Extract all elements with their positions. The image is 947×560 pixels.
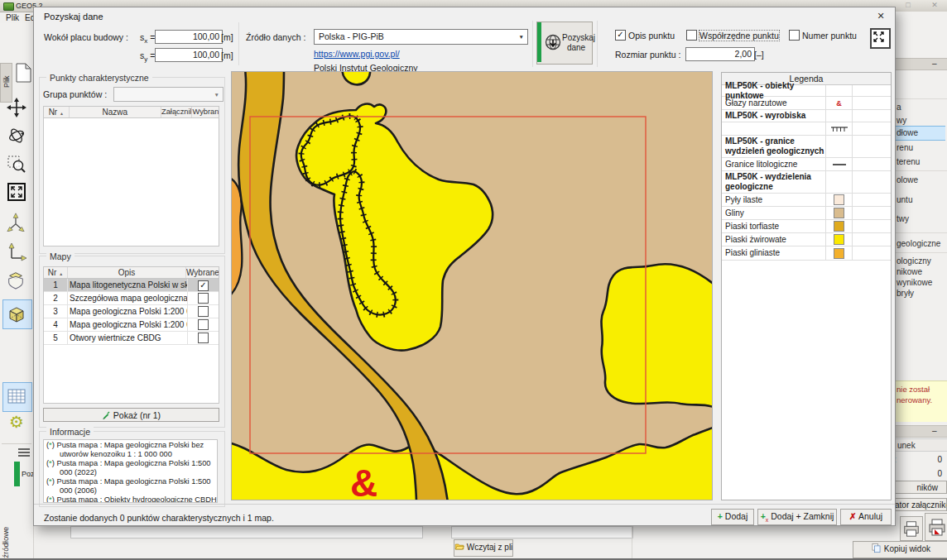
frame-item[interactable]: terenu xyxy=(894,157,947,168)
maps-table: Nr ▲ Opis Wybrane 1 Mapa litogenetyczna … xyxy=(43,266,219,404)
frame-item-active[interactable]: dłowe xyxy=(894,128,947,139)
point-size-input[interactable]: 2,00 xyxy=(685,47,755,61)
map-checkbox[interactable] xyxy=(198,333,209,343)
legend-row: Piaski gliniaste xyxy=(722,246,891,261)
frame-item[interactable]: bryły xyxy=(894,289,947,299)
footer-divider xyxy=(34,504,895,505)
tab-plik[interactable]: Plik xyxy=(0,63,12,103)
print-button[interactable] xyxy=(900,516,923,541)
sy-unit: [m] xyxy=(221,50,233,60)
frame-item[interactable]: ologiczny xyxy=(894,256,947,267)
new-file-icon[interactable] xyxy=(13,63,33,84)
point-number-label: Numer punktu xyxy=(802,31,857,41)
view-cube-button-active[interactable] xyxy=(2,299,32,329)
points-group-select[interactable]: ▼ xyxy=(113,87,224,102)
sub-x-icon: x xyxy=(766,517,769,523)
legend-row: MLP50K - wyrobiska xyxy=(722,110,891,122)
points-table[interactable]: Nr ▲ Nazwa Załączniki Wybrane xyxy=(43,106,219,246)
map-checkbox[interactable] xyxy=(198,293,209,304)
load-from-file-button[interactable]: Wczytaj z pliku xyxy=(454,539,513,557)
maximize-button[interactable]: □ xyxy=(901,0,916,11)
fullscreen-button[interactable] xyxy=(870,28,891,49)
print-preview-button[interactable] xyxy=(925,513,947,541)
sx-input[interactable]: 100,00 xyxy=(155,30,223,44)
axes-corner-icon[interactable] xyxy=(7,242,26,263)
frame-item[interactable]: nikowe xyxy=(894,267,947,278)
point-size-label: Rozmiar punktu : xyxy=(615,50,680,60)
legend-row: Głazy narzutowe& xyxy=(722,97,891,110)
legend-row xyxy=(722,122,891,136)
warning-line: nie został xyxy=(897,384,947,395)
frame-item[interactable]: renu xyxy=(894,143,947,154)
points-group-label: Grupa punktów : xyxy=(43,89,107,99)
point-size-unit: [–] xyxy=(754,50,764,60)
attachments-button-fragment[interactable]: ników xyxy=(894,481,947,494)
point-description-checkbox[interactable]: ✓ xyxy=(615,30,626,41)
printer-marked-icon xyxy=(927,516,947,538)
frame-item[interactable]: geologiczne xyxy=(894,239,947,250)
copy-view-button[interactable]: Kopiuj widok xyxy=(853,541,947,558)
close-window-button[interactable]: ✕ xyxy=(927,0,942,11)
point-coordinates-checkbox[interactable] xyxy=(686,30,697,41)
maps-table-row[interactable]: 4 Mapa geologiczna Polski 1:200 000 - od… xyxy=(44,318,219,332)
show-map-button[interactable]: Pokaż (nr 1) xyxy=(43,408,219,422)
col-nazwa[interactable]: Nazwa xyxy=(70,107,161,117)
model-warning-box: nie został nerowany. xyxy=(894,381,947,422)
add-close-button[interactable]: +x Dodaj + Zamknij xyxy=(757,509,837,525)
dialog-title: Pozyskaj dane xyxy=(44,12,103,22)
frame-item[interactable]: olowe xyxy=(894,175,947,186)
add-button[interactable]: + Dodaj xyxy=(711,509,754,525)
form-divider xyxy=(238,22,239,65)
point-description-label: Opis punktu xyxy=(628,31,675,41)
frame-item[interactable]: wy xyxy=(894,116,947,127)
frame-item[interactable]: twy xyxy=(894,214,947,225)
settings-gear-icon[interactable]: ⚙ xyxy=(7,412,26,432)
point-number-checkbox[interactable] xyxy=(789,30,800,41)
map-checkbox[interactable] xyxy=(198,319,209,330)
map-checkbox[interactable] xyxy=(198,306,209,317)
zoom-region-icon[interactable] xyxy=(7,154,26,175)
menu-plik[interactable]: Plik xyxy=(6,13,19,22)
sort-asc-icon: ▲ xyxy=(60,111,64,116)
pgi-link[interactable]: https://www.pgi.gov.pl/ xyxy=(314,49,400,59)
map-viewport[interactable]: & & xyxy=(231,71,713,500)
dialog-close-button[interactable]: ✕ xyxy=(873,10,888,22)
frame-item[interactable]: a xyxy=(894,103,947,113)
panel-minimize-icon[interactable]: – xyxy=(932,59,937,68)
rotate-tool-icon[interactable] xyxy=(7,126,26,147)
col-opis[interactable]: Opis xyxy=(68,267,186,278)
expand-arrows-icon xyxy=(872,30,886,44)
panel-value-row: :0 xyxy=(894,455,942,464)
cancel-button[interactable]: ✗ Anuluj xyxy=(840,509,892,525)
col-nr[interactable]: Nr ▲ xyxy=(44,267,68,278)
maps-table-row[interactable]: 5 Otwory wiertnicze CBDG xyxy=(44,332,219,345)
col-nr[interactable]: Nr ▲ xyxy=(44,107,70,117)
color-swatch xyxy=(834,194,844,205)
line-symbol xyxy=(832,163,847,166)
table-view-button-active[interactable] xyxy=(2,382,32,412)
panel-minimize-icon[interactable]: – xyxy=(932,426,937,435)
col-zalaczniki[interactable]: Załączniki xyxy=(161,107,192,117)
acquire-data-button[interactable]: Pozyskaj dane xyxy=(536,22,593,65)
maps-table-row[interactable]: 3 Mapa geologiczna Polski 1:200 000 - za… xyxy=(44,305,219,318)
data-source-select[interactable]: Polska - PIG-PiB ▼ xyxy=(314,29,528,45)
color-swatch xyxy=(834,221,844,232)
copy-icon xyxy=(871,543,882,553)
pan-tool-icon[interactable] xyxy=(7,98,26,119)
frame-item[interactable]: untu xyxy=(894,195,947,206)
maps-table-row[interactable]: 2 Szczegółowa mapa geologiczna Polski 1:… xyxy=(44,292,219,305)
fit-view-icon[interactable] xyxy=(7,182,26,203)
pozyskaj-tab-accent xyxy=(14,462,20,486)
attachment-manager-button-fragment[interactable]: ator załączników xyxy=(894,498,947,511)
boulder-legend-symbol: & xyxy=(836,99,842,108)
frame-item[interactable]: wynikowe xyxy=(894,278,947,289)
map-checkbox-checked[interactable]: ✓ xyxy=(198,280,209,291)
col-wybrane[interactable]: Wybrane xyxy=(186,267,219,278)
axes-3d-icon[interactable] xyxy=(6,212,26,233)
legend-row: MLP50K - obiekty punktowe xyxy=(722,85,891,97)
visibility-shield-icon[interactable] xyxy=(6,270,26,291)
list-icon[interactable] xyxy=(17,448,31,459)
sy-input[interactable]: 100,00 xyxy=(155,48,223,62)
col-wybrane[interactable]: Wybrane xyxy=(192,107,219,117)
maps-table-row[interactable]: 1 Mapa litogenetyczna Polski w skali 1:5… xyxy=(44,279,219,292)
